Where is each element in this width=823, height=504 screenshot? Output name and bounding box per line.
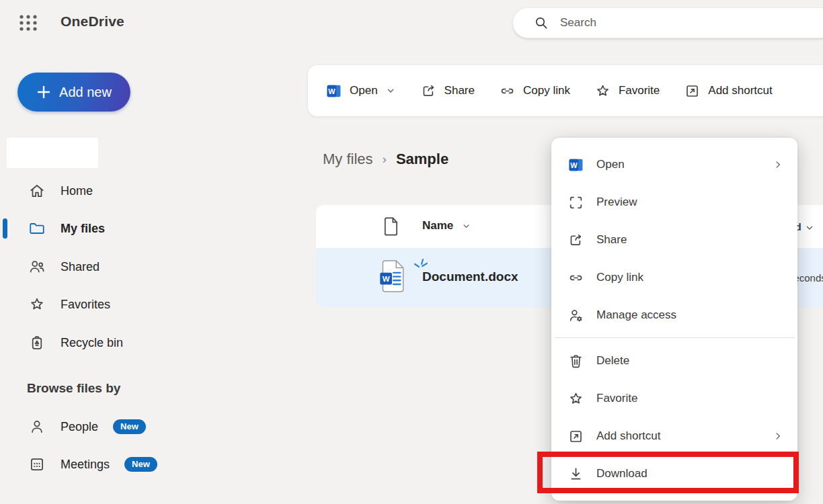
menu-divider [554,337,795,338]
link-icon [567,269,584,286]
chevron-down-icon [461,221,471,231]
favorite-button[interactable]: Favorite [594,83,660,99]
word-icon: W [567,157,584,173]
manage-access-icon [567,307,584,324]
chevron-down-icon [385,85,396,96]
person-icon [28,418,46,435]
name-column-header[interactable]: Name [422,219,471,233]
sidebar-item-favorites[interactable]: Favorites [0,290,155,319]
menu-item-label: Delete [596,354,784,368]
search-icon [533,15,549,31]
sidebar-item-people[interactable]: People New [0,412,155,442]
delete-icon [567,353,584,370]
new-badge: New [113,419,146,434]
star-icon [28,296,46,313]
favorite-label: Favorite [619,84,660,97]
search-bar[interactable] [512,7,823,38]
menu-item-add-shortcut[interactable]: Add shortcut [551,417,797,455]
sidebar-item-my-files[interactable]: My files [0,214,155,243]
breadcrumb-separator: › [383,152,387,167]
menu-item-copy-link[interactable]: Copy link [551,259,797,296]
share-icon [567,232,584,249]
sidebar-item-recycle-bin[interactable]: Recycle bin [0,328,155,358]
download-icon [567,466,584,482]
svg-text:W: W [328,87,336,95]
open-label: Open [350,84,378,97]
sidebar-item-label: My files [61,222,105,236]
preview-icon [567,194,584,211]
menu-item-label: Manage access [596,308,784,322]
menu-item-label: Add shortcut [596,429,760,443]
add-shortcut-icon [684,83,701,99]
menu-item-download[interactable]: Download [551,455,797,493]
star-icon [567,390,584,407]
sidebar-item-label: Home [61,184,93,198]
menu-item-label: Open [596,158,760,171]
sidebar-item-label: Recycle bin [61,336,123,350]
breadcrumb-current-folder: Sample [396,151,448,168]
plus-icon [36,85,51,99]
file-type-column-icon [383,216,400,237]
menu-item-preview[interactable]: Preview [551,183,797,221]
app-launcher-waffle-icon[interactable] [17,12,39,34]
breadcrumb: My files › Sample [323,151,448,168]
share-label: Share [444,84,475,97]
menu-item-manage-access[interactable]: Manage access [551,296,797,334]
menu-item-delete[interactable]: Delete [551,342,797,380]
sidebar-item-label: Meetings [61,458,110,472]
add-new-label: Add new [59,85,112,100]
menu-item-label: Download [596,467,784,480]
calendar-icon [28,456,46,473]
onedrive-window: OneDrive Add new Home My files [0,0,823,504]
breadcrumb-my-files[interactable]: My files [323,151,373,168]
menu-item-open[interactable]: W Open [551,146,797,183]
search-input[interactable] [560,16,823,30]
add-shortcut-icon [567,428,584,445]
browse-files-by-header: Browse files by [27,381,120,396]
sidebar-item-meetings[interactable]: Meetings New [0,450,155,479]
sidebar-item-home[interactable]: Home [0,176,155,206]
menu-item-share[interactable]: Share [551,221,797,259]
menu-item-label: Preview [596,196,784,209]
people-icon [28,258,46,276]
redacted-account-block [7,138,98,168]
context-menu: W Open Preview [551,138,797,501]
chevron-down-icon [804,222,815,233]
file-name[interactable]: Document.docx [422,269,518,284]
share-icon [420,83,437,99]
menu-item-label: Copy link [596,271,784,284]
menu-item-label: Share [596,233,784,247]
home-icon [28,182,46,200]
svg-text:W: W [570,161,578,169]
command-toolbar: W Open Share [308,65,823,116]
page-title: OneDrive [61,13,124,30]
new-badge: New [124,457,157,472]
add-shortcut-button[interactable]: Add shortcut [684,83,772,99]
copy-link-button[interactable]: Copy link [499,83,570,99]
folder-icon [28,220,46,237]
word-icon: W [325,83,342,99]
menu-item-favorite[interactable]: Favorite [551,380,797,417]
sidebar-item-label: Shared [61,260,100,274]
sidebar-item-label: Favorites [61,298,110,312]
add-new-button[interactable]: Add new [17,73,130,112]
word-document-icon: W [379,259,407,293]
sidebar-item-shared[interactable]: Shared [0,252,155,282]
svg-text:W: W [383,275,390,283]
menu-item-label: Favorite [596,392,784,405]
chevron-right-icon [772,430,784,442]
chevron-right-icon [772,159,784,171]
recycle-bin-icon [28,334,46,351]
star-icon [594,83,611,99]
copy-link-label: Copy link [523,84,570,97]
link-icon [499,83,516,99]
add-shortcut-label: Add shortcut [708,84,772,97]
share-button[interactable]: Share [420,83,475,99]
sidebar-item-label: People [61,420,98,434]
open-button[interactable]: W Open [325,83,396,99]
